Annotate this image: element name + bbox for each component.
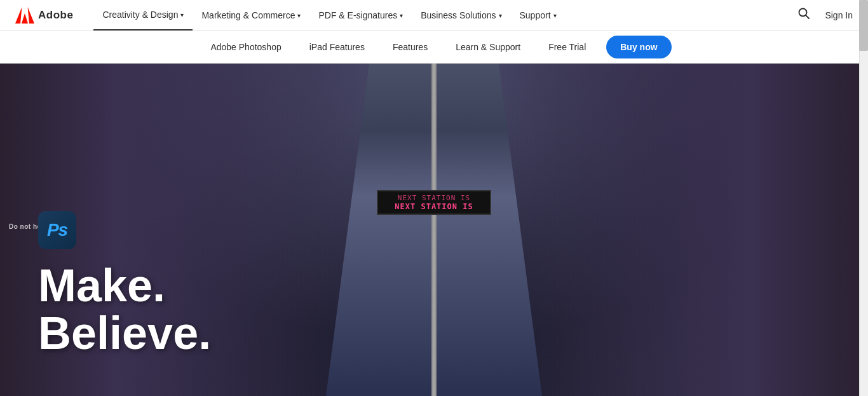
- hero-content: Ps Make. Believe.: [38, 211, 211, 358]
- hero-section: NEXT STATION IS NEXT STATION IS Do not h…: [0, 64, 868, 396]
- photoshop-icon-badge: Ps: [38, 211, 76, 249]
- hero-right-panel: [477, 64, 868, 396]
- scrollbar[interactable]: [859, 0, 868, 396]
- subway-pole: [431, 64, 437, 396]
- nav-item-support[interactable]: Support ▾: [511, 0, 566, 31]
- adobe-logo-icon: [15, 7, 34, 24]
- search-icon: [798, 8, 810, 19]
- sec-nav-learn[interactable]: Learn & Support: [442, 31, 534, 64]
- sec-nav-photoshop[interactable]: Adobe Photoshop: [196, 31, 295, 64]
- nav-item-creativity[interactable]: Creativity & Design ▾: [93, 0, 193, 31]
- sec-nav-trial[interactable]: Free Trial: [534, 31, 600, 64]
- chevron-down-icon: ▾: [553, 12, 557, 19]
- scrollbar-thumb[interactable]: [859, 0, 868, 51]
- sec-nav-ipad[interactable]: iPad Features: [295, 31, 379, 64]
- chevron-down-icon: ▾: [180, 11, 184, 18]
- svg-line-1: [806, 15, 809, 18]
- chevron-down-icon: ▾: [400, 12, 403, 19]
- chevron-down-icon: ▾: [499, 12, 502, 19]
- hero-headline: Make. Believe.: [38, 262, 211, 358]
- buy-now-button[interactable]: Buy now: [606, 36, 671, 58]
- nav-item-marketing[interactable]: Marketing & Commerce ▾: [193, 0, 309, 31]
- sign-in-link[interactable]: Sign In: [825, 10, 853, 20]
- nav-item-business[interactable]: Business Solutions ▾: [412, 0, 510, 31]
- top-navigation: Adobe Creativity & Design ▾ Marketing & …: [0, 0, 868, 31]
- main-nav: Creativity & Design ▾ Marketing & Commer…: [93, 0, 796, 31]
- nav-right-actions: Sign In: [796, 5, 853, 25]
- sec-nav-features[interactable]: Features: [379, 31, 442, 64]
- adobe-logo[interactable]: Adobe: [15, 7, 73, 24]
- nav-item-pdf[interactable]: PDF & E-signatures ▾: [309, 0, 412, 31]
- secondary-navigation: Adobe Photoshop iPad Features Features L…: [0, 31, 868, 64]
- chevron-down-icon: ▾: [297, 12, 301, 19]
- adobe-wordmark: Adobe: [38, 9, 73, 22]
- search-button[interactable]: [796, 5, 812, 25]
- led-display: NEXT STATION IS NEXT STATION IS: [377, 190, 491, 215]
